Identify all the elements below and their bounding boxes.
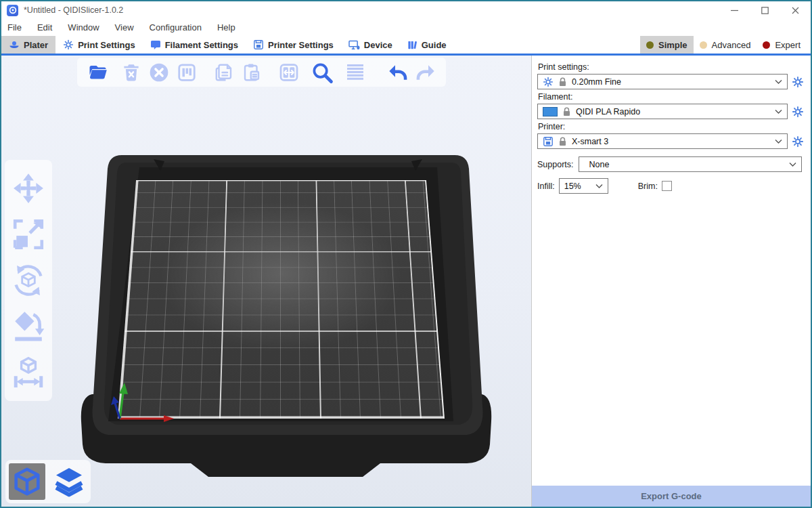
gear-icon bbox=[543, 77, 554, 87]
minimize-button[interactable] bbox=[719, 1, 750, 19]
3d-viewport[interactable] bbox=[1, 56, 531, 507]
viewport-toolbar bbox=[77, 58, 446, 87]
brim-label: Brim: bbox=[638, 182, 658, 191]
menu-configuration[interactable]: Configuration bbox=[150, 22, 202, 33]
print-settings-value: 0.20mm Fine bbox=[572, 77, 621, 87]
delete-button[interactable] bbox=[117, 60, 145, 85]
gear-icon bbox=[63, 39, 74, 50]
printer-combo[interactable]: X-smart 3 bbox=[537, 133, 788, 149]
brim-checkbox[interactable] bbox=[662, 181, 672, 191]
menu-bar: File Edit Window View Configuration Help bbox=[1, 19, 811, 36]
layers-button[interactable] bbox=[341, 60, 369, 85]
menu-window[interactable]: Window bbox=[68, 22, 99, 33]
title-bar: *Untitled - QIDISlicer-1.0.2 bbox=[1, 1, 811, 19]
export-gcode-button[interactable]: Export G-code bbox=[532, 486, 811, 507]
app-logo-icon bbox=[7, 5, 18, 16]
rotate-tool-button[interactable] bbox=[11, 263, 46, 298]
app-window: *Untitled - QIDISlicer-1.0.2 File Edit W… bbox=[0, 0, 812, 508]
supports-label: Supports: bbox=[537, 160, 574, 169]
menu-file[interactable]: File bbox=[7, 22, 22, 33]
scale-tool-button[interactable] bbox=[11, 217, 46, 252]
tab-filament-settings[interactable]: Filament Settings bbox=[143, 36, 246, 54]
chevron-down-icon bbox=[775, 79, 782, 85]
redo-button[interactable] bbox=[411, 60, 439, 85]
tab-device[interactable]: Device bbox=[341, 36, 400, 54]
preview-view-button[interactable] bbox=[51, 463, 87, 500]
print-settings-gear-button[interactable] bbox=[791, 75, 805, 89]
print-settings-combo[interactable]: 0.20mm Fine bbox=[537, 74, 788, 89]
search-button[interactable] bbox=[308, 60, 336, 85]
supports-combo[interactable]: None bbox=[579, 156, 802, 172]
close-button[interactable] bbox=[780, 1, 811, 19]
print-settings-label: Print settings: bbox=[538, 62, 805, 72]
3d-editor-view-button[interactable] bbox=[9, 463, 45, 500]
filament-gear-button[interactable] bbox=[791, 105, 805, 119]
move-tool-button[interactable] bbox=[11, 171, 46, 206]
delete-all-button[interactable] bbox=[145, 60, 173, 85]
arrange-button[interactable] bbox=[173, 60, 200, 85]
mode-switcher: Simple Advanced Expert bbox=[640, 36, 811, 54]
printer-icon bbox=[253, 39, 264, 50]
axes-indicator bbox=[96, 381, 191, 429]
lock-icon bbox=[562, 107, 571, 117]
chevron-down-icon bbox=[775, 109, 782, 114]
tab-printer-settings[interactable]: Printer Settings bbox=[246, 36, 341, 54]
guide-icon bbox=[407, 40, 418, 50]
printer-icon bbox=[543, 136, 554, 147]
menu-help[interactable]: Help bbox=[217, 22, 235, 33]
printer-gear-button[interactable] bbox=[791, 135, 805, 148]
menu-edit[interactable]: Edit bbox=[37, 22, 52, 33]
place-on-face-tool-button[interactable] bbox=[11, 309, 46, 344]
menu-view[interactable]: View bbox=[115, 22, 134, 33]
filament-value: QIDI PLA Rapido bbox=[576, 107, 640, 117]
supports-value: None bbox=[584, 160, 610, 169]
copy-button[interactable] bbox=[210, 60, 238, 85]
view-mode-switch bbox=[5, 460, 91, 503]
open-button[interactable] bbox=[84, 60, 112, 85]
infill-value: 15% bbox=[564, 182, 581, 191]
filament-color-swatch bbox=[543, 107, 558, 117]
chevron-down-icon bbox=[775, 139, 782, 144]
filament-combo[interactable]: QIDI PLA Rapido bbox=[537, 104, 788, 119]
lock-icon bbox=[558, 137, 567, 146]
chevron-down-icon bbox=[595, 184, 603, 189]
mode-expert[interactable]: Expert bbox=[757, 36, 807, 54]
lock-icon bbox=[558, 77, 567, 87]
maximize-button[interactable] bbox=[750, 1, 780, 19]
tab-plater[interactable]: Plater bbox=[1, 36, 55, 54]
printer-value: X-smart 3 bbox=[572, 137, 608, 146]
split-button[interactable] bbox=[275, 60, 302, 85]
tab-bar: Plater Print Settings Filament Settings … bbox=[1, 36, 811, 56]
printer-label: Printer: bbox=[538, 122, 805, 131]
advanced-dot-icon bbox=[700, 41, 707, 49]
expert-dot-icon bbox=[763, 41, 770, 49]
object-manipulation-toolbar bbox=[5, 160, 52, 401]
paste-button[interactable] bbox=[238, 60, 265, 85]
device-icon bbox=[348, 40, 360, 50]
mode-simple[interactable]: Simple bbox=[640, 36, 694, 54]
simple-dot-icon bbox=[646, 41, 654, 49]
infill-label: Infill: bbox=[537, 182, 555, 191]
chevron-down-icon bbox=[789, 162, 796, 167]
tab-print-settings[interactable]: Print Settings bbox=[55, 36, 143, 54]
window-title: *Untitled - QIDISlicer-1.0.2 bbox=[24, 5, 123, 15]
mode-advanced[interactable]: Advanced bbox=[694, 36, 757, 54]
filament-icon bbox=[150, 40, 161, 50]
infill-combo[interactable]: 15% bbox=[559, 178, 608, 194]
tab-guide[interactable]: Guide bbox=[400, 36, 454, 54]
undo-button[interactable] bbox=[384, 60, 411, 85]
filament-label: Filament: bbox=[538, 92, 805, 102]
settings-sidebar: Print settings: 0.20mm Fine Filament: QI… bbox=[531, 56, 811, 507]
measure-tool-button[interactable] bbox=[11, 355, 46, 390]
plater-icon bbox=[9, 39, 20, 50]
